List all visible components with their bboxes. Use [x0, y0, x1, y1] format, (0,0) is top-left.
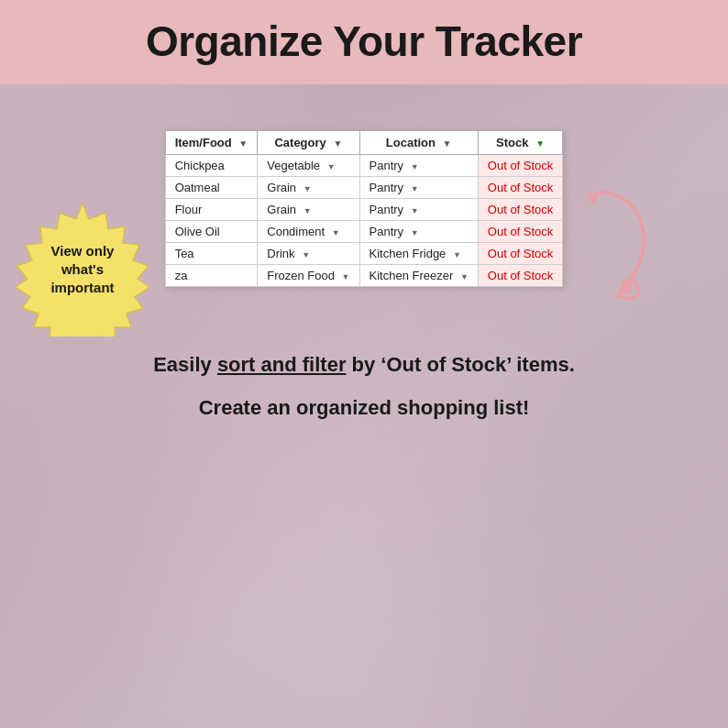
cell-item: Tea	[165, 243, 258, 265]
table-row: TeaDrink ▼Kitchen Fridge ▼Out of Stock	[165, 243, 563, 265]
svg-text:what's: what's	[61, 261, 104, 277]
cell-item: Oatmeal	[165, 177, 258, 199]
cell-location: Pantry ▼	[359, 155, 478, 177]
cell-item: Flour	[165, 199, 258, 221]
dropdown-arrow[interactable]: ▼	[303, 206, 312, 215]
cell-location: Kitchen Freezer ▼	[359, 265, 478, 287]
header-bar: Organize Your Tracker	[0, 0, 728, 84]
filter-icon-category[interactable]: ▼	[333, 138, 342, 149]
filter-icon-location[interactable]: ▼	[443, 138, 452, 149]
page-title: Organize Your Tracker	[18, 17, 710, 66]
filter-icon-stock-active[interactable]: ▼	[535, 138, 545, 149]
table-row: zaFrozen Food ▼Kitchen Freezer ▼Out of S…	[165, 265, 563, 287]
cell-location: Kitchen Fridge ▼	[359, 243, 478, 265]
table-header-row: Item/Food ▼ Category ▼ Location ▼ Stock …	[165, 131, 563, 155]
dropdown-arrow[interactable]: ▼	[332, 228, 340, 237]
footer-line1: Easily sort and filter by ‘Out of Stock’…	[153, 351, 575, 380]
cell-item: Olive Oil	[165, 221, 258, 243]
dropdown-arrow[interactable]: ▼	[302, 250, 310, 259]
dropdown-arrow[interactable]: ▼	[327, 162, 336, 171]
svg-text:important: important	[50, 280, 114, 295]
cell-category: Condiment ▼	[258, 221, 359, 243]
dropdown-arrow[interactable]: ▼	[303, 184, 312, 193]
dropdown-arrow[interactable]: ▼	[411, 206, 419, 215]
filter-icon-item[interactable]: ▼	[238, 138, 248, 149]
table-row: OatmealGrain ▼Pantry ▼Out of Stock	[165, 177, 563, 199]
stock-table: Item/Food ▼ Category ▼ Location ▼ Stock …	[165, 130, 564, 287]
dropdown-arrow[interactable]: ▼	[411, 228, 419, 237]
col-header-location: Location ▼	[359, 131, 478, 155]
svg-text:View only: View only	[50, 243, 115, 259]
dropdown-arrow[interactable]: ▼	[411, 162, 419, 171]
cell-category: Grain ▼	[258, 199, 359, 221]
cell-item: Chickpea	[165, 155, 258, 177]
cell-location: Pantry ▼	[359, 199, 478, 221]
footer-line2: Create an organized shopping list!	[153, 394, 575, 423]
cell-item: za	[165, 265, 258, 287]
col-header-item: Item/Food ▼	[165, 131, 258, 155]
table-row: FlourGrain ▼Pantry ▼Out of Stock	[165, 199, 563, 221]
cell-category: Frozen Food ▼	[258, 265, 359, 287]
arrow-annotation	[545, 167, 664, 304]
sort-filter-link: sort and filter	[217, 353, 347, 376]
dropdown-arrow[interactable]: ▼	[460, 272, 469, 281]
cell-category: Vegetable ▼	[258, 155, 359, 177]
dropdown-arrow[interactable]: ▼	[411, 184, 419, 193]
dropdown-arrow[interactable]: ▼	[342, 272, 350, 281]
dropdown-arrow[interactable]: ▼	[453, 250, 461, 259]
main-content: View only what's important Item/Food ▼	[0, 84, 728, 437]
starburst-svg: View only what's important	[14, 199, 151, 336]
cell-location: Pantry ▼	[359, 221, 478, 243]
footer-text: Easily sort and filter by ‘Out of Stock’…	[116, 351, 612, 437]
starburst-badge: View only what's important	[14, 199, 151, 340]
col-header-category: Category ▼	[258, 131, 359, 155]
cell-category: Grain ▼	[258, 177, 359, 199]
table-row: ChickpeaVegetable ▼Pantry ▼Out of Stock	[165, 155, 563, 177]
col-header-stock: Stock ▼	[478, 131, 563, 155]
spreadsheet-section: View only what's important Item/Food ▼	[165, 130, 564, 287]
table-row: Olive OilCondiment ▼Pantry ▼Out of Stock	[165, 221, 563, 243]
cell-location: Pantry ▼	[359, 177, 478, 199]
cell-category: Drink ▼	[258, 243, 359, 265]
